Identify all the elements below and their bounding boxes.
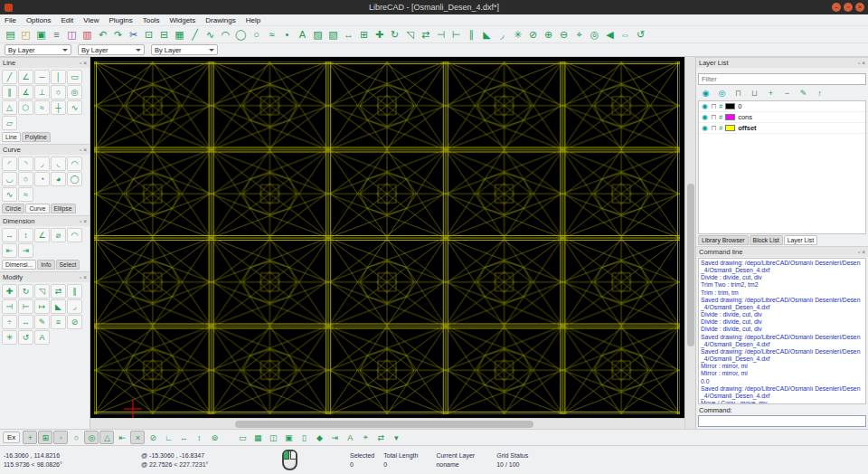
line-cross-icon[interactable]: ┼: [51, 100, 66, 115]
modify-offset-icon[interactable]: ∥: [67, 284, 82, 299]
bevel-icon[interactable]: ◣: [479, 27, 495, 43]
toggle-statusbar-icon[interactable]: ▯: [297, 431, 311, 444]
modify-explode-icon[interactable]: ✳: [2, 330, 17, 345]
restrict-nothing-icon[interactable]: ⊘: [146, 431, 160, 444]
snap-distance-icon[interactable]: ⇤: [115, 431, 129, 444]
zoom-out-icon[interactable]: ⊖: [556, 27, 571, 43]
fillet-icon[interactable]: ◞: [495, 27, 510, 43]
rotate-icon[interactable]: ↻: [387, 27, 402, 43]
line-rectangle-icon[interactable]: ▭: [67, 70, 82, 84]
modify-properties-icon[interactable]: ✎: [34, 315, 50, 329]
move-icon[interactable]: ✚: [372, 27, 387, 43]
snap-free-icon[interactable]: +: [23, 431, 37, 444]
scrollbar-thumb[interactable]: [235, 421, 533, 428]
float-panel-icon[interactable]: ▫: [80, 147, 81, 154]
panel-tab[interactable]: Select: [56, 260, 80, 270]
panel-tab[interactable]: Ellipse: [51, 204, 76, 213]
circle-icon[interactable]: ◯: [233, 27, 249, 43]
dim-baseline-icon[interactable]: ⇥: [18, 243, 33, 258]
modify-delete-icon[interactable]: ⊘: [67, 315, 82, 329]
target-icon[interactable]: ⌖: [358, 431, 373, 444]
explode-icon[interactable]: ✳: [510, 27, 525, 43]
arc-icon[interactable]: ◠: [218, 27, 233, 43]
zoom-in-icon[interactable]: ⊕: [541, 27, 556, 43]
horizontal-scrollbar[interactable]: [90, 418, 684, 429]
circle-three-quarter-icon[interactable]: ◕: [51, 172, 66, 186]
modify-text-icon[interactable]: A: [34, 330, 50, 345]
snap-middle-icon[interactable]: △: [99, 431, 114, 444]
line-two-points-icon[interactable]: ╱: [2, 70, 17, 84]
layer-lock-icon[interactable]: ⊓: [711, 124, 716, 133]
modify-trim-two-icon[interactable]: ⊢: [18, 299, 33, 314]
layer-row[interactable]: ◉ ⊓ # cons: [699, 112, 865, 123]
zoom-window-icon[interactable]: ⌖: [571, 27, 587, 43]
snap-on-entity-icon[interactable]: ○: [69, 431, 83, 444]
paste-icon[interactable]: ⊟: [156, 27, 172, 43]
delete-icon[interactable]: ⊘: [525, 27, 541, 43]
panel-tab[interactable]: Polyline: [22, 132, 51, 142]
layer-row[interactable]: ◉ ⊓ # 0: [699, 101, 865, 112]
snap-grid-icon[interactable]: ⊞: [38, 431, 52, 444]
line-icon[interactable]: ╱: [187, 27, 203, 43]
layer-filter-input[interactable]: [698, 73, 866, 85]
spline-points-icon[interactable]: ∿: [2, 187, 17, 202]
restrict-orthogonal-icon[interactable]: ∟: [161, 431, 175, 444]
line-bisector-icon[interactable]: ∡: [18, 85, 33, 100]
print-preview-icon[interactable]: ◫: [64, 27, 80, 43]
layer-up-icon[interactable]: ↑: [813, 87, 826, 100]
hatch-icon[interactable]: ▨: [310, 27, 326, 43]
line-angle-icon[interactable]: ∠: [18, 70, 33, 84]
layer-construction-icon[interactable]: #: [719, 102, 722, 111]
layer-construction-icon[interactable]: #: [719, 113, 722, 122]
restrict-horizontal-icon[interactable]: ↔: [176, 431, 191, 444]
menu-item[interactable]: Tools: [143, 16, 160, 24]
dimension-icon[interactable]: ↔: [341, 27, 356, 43]
zoom-auto-icon[interactable]: ◎: [587, 27, 602, 43]
line-tangent-point-icon[interactable]: ○: [51, 85, 66, 100]
dim-aligned-icon[interactable]: ↔: [2, 228, 17, 242]
line-wave-icon[interactable]: ∿: [67, 100, 82, 115]
zoom-previous-icon[interactable]: ◀: [602, 27, 618, 43]
redo-icon[interactable]: ↷: [110, 27, 126, 43]
arc-bottom-icon[interactable]: ◡: [2, 172, 17, 186]
arc-top-icon[interactable]: ◠: [67, 156, 82, 171]
remove-layer-icon[interactable]: −: [780, 87, 794, 100]
dim-arc-icon[interactable]: ◠: [67, 228, 82, 242]
print-icon[interactable]: ≡: [49, 27, 64, 43]
open-file-icon[interactable]: ◰: [18, 27, 33, 43]
swap-icon[interactable]: ⇄: [373, 431, 388, 444]
close-panel-icon[interactable]: ×: [83, 218, 87, 225]
menu-item[interactable]: Plugins: [108, 16, 132, 24]
dim-diametric-icon[interactable]: ⌀: [51, 228, 66, 242]
modify-scale-icon[interactable]: ◹: [34, 284, 50, 299]
arc-concentric-icon[interactable]: ◟: [51, 156, 66, 171]
pen-attribute-combo[interactable]: By Layer: [5, 44, 71, 55]
selection-pointer-icon[interactable]: ◆: [312, 431, 326, 444]
line-tangent-circles-icon[interactable]: ◎: [67, 85, 82, 100]
close-panel-icon[interactable]: ×: [83, 147, 87, 154]
line-polygon-two-vertex-icon[interactable]: ⬡: [18, 100, 33, 115]
close-panel-icon[interactable]: ×: [862, 249, 865, 256]
modify-bevel-icon[interactable]: ◣: [51, 299, 66, 314]
hide-all-layers-icon[interactable]: ◎: [715, 87, 729, 100]
vertical-scrollbar[interactable]: [684, 57, 695, 429]
menu-item[interactable]: Widgets: [169, 16, 195, 24]
dock-tab[interactable]: Library Browser: [698, 235, 749, 245]
layer-color-swatch[interactable]: [725, 125, 735, 131]
undo-icon[interactable]: ↶: [95, 27, 110, 43]
trim-icon[interactable]: ⊣: [433, 27, 448, 43]
more-options-icon[interactable]: ▾: [389, 431, 403, 444]
save-icon[interactable]: ▣: [33, 27, 49, 43]
deselect-icon[interactable]: ⇥: [327, 431, 342, 444]
exclusive-snap-button[interactable]: Ex: [3, 431, 20, 443]
layer-visible-icon[interactable]: ◉: [702, 113, 708, 122]
layer-color-swatch[interactable]: [725, 103, 735, 109]
circle-center-icon[interactable]: ○: [18, 172, 33, 186]
mirror-icon[interactable]: ⇄: [418, 27, 433, 43]
snap-center-icon[interactable]: ◎: [84, 431, 99, 444]
minimize-button[interactable]: –: [832, 3, 841, 12]
grid-icon[interactable]: ▦: [172, 27, 187, 43]
menu-item[interactable]: File: [5, 16, 16, 24]
text-icon[interactable]: A: [295, 27, 310, 43]
lock-relative-zero-icon[interactable]: ⊚: [207, 431, 222, 444]
